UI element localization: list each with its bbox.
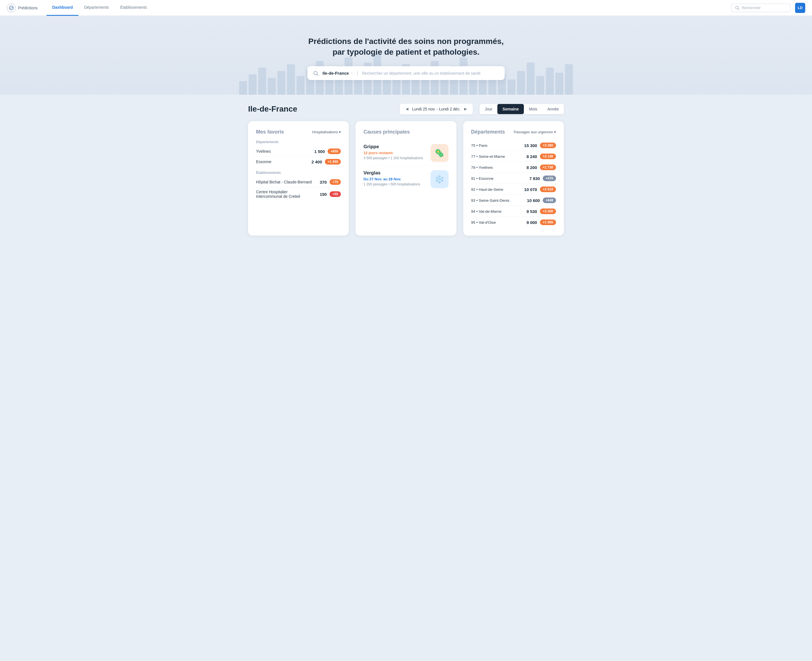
hero-bar (287, 64, 295, 95)
dept-name: 78 • Yvelines (471, 165, 493, 169)
region-selector[interactable]: Ile-de-France ÷ (322, 71, 353, 75)
hero-bar (296, 76, 304, 95)
cards-grid: Mes favoris Hospitalisations ▾ Départeme… (248, 121, 564, 236)
period-tabs: Jour Semaine Mois Année (480, 104, 564, 114)
nav-link-establishments[interactable]: Établissements (114, 0, 152, 16)
etab-section-label: Établissements (256, 171, 341, 175)
search-input[interactable] (362, 71, 499, 75)
dept-name: 75 • Paris (471, 144, 487, 148)
fav-essonne: Essonne 2 400 +1 950 (256, 156, 341, 167)
departments-list: 75 • Paris15 300+3 36077 • Seine-et-Marn… (471, 140, 556, 228)
dept-value: 9 530 (526, 209, 537, 214)
dept-name: 92 • Haut-de-Seine (471, 187, 503, 192)
svg-line-2 (738, 9, 739, 10)
hero-title: Prédictions de l'activité des soins non … (308, 36, 504, 57)
hero-section: Prédictions de l'activité des soins non … (0, 16, 812, 95)
cause-verglas-icon: ❄️ (431, 170, 448, 188)
dept-section-label: Départements (256, 140, 341, 144)
favorites-departments-section: Départements Yvelines 1 500 +650 Essonne… (256, 140, 341, 167)
hero-bar (517, 71, 525, 95)
hero-bar (277, 71, 285, 95)
causes-card: Causes principales Grippe 12 jours resta… (356, 121, 456, 236)
main-search-bar[interactable]: Ile-de-France ÷ | (308, 66, 504, 80)
favorites-filter[interactable]: Hospitalisations ▾ (312, 130, 341, 134)
brand-label: Prédictions (18, 6, 37, 10)
hero-bar (412, 78, 420, 95)
hero-bar (546, 68, 554, 95)
dept-badge: +3 360 (540, 142, 556, 148)
fav-yvelines: Yvelines 1 500 +650 (256, 146, 341, 156)
hero-bar (239, 81, 247, 95)
nav-brand[interactable]: Prédictions (7, 3, 37, 13)
nav-link-departments[interactable]: Départements (78, 0, 114, 16)
prev-period-button[interactable]: ◄ (405, 107, 409, 112)
dept-badge: +1 900 (540, 219, 556, 225)
next-period-button[interactable]: ► (463, 107, 468, 112)
dept-row: 95 • Val-d'Oise9 000+1 900 (471, 217, 556, 228)
date-range-label: Lundi 25 nov. - Lundi 2 déc. (412, 107, 461, 111)
favorites-establishments-section: Établissements Hôpital Bichat - Claude-B… (256, 171, 341, 201)
dept-value: 7 830 (529, 176, 540, 181)
dept-badge: +2 140 (540, 153, 556, 159)
hero-bar (508, 80, 516, 95)
dept-filter[interactable]: Passages aux urgences ▾ (514, 130, 556, 134)
dept-badge: +848 (543, 198, 556, 203)
user-avatar[interactable]: LD (795, 3, 805, 13)
svg-line-4 (317, 74, 318, 75)
brand-icon (7, 3, 16, 13)
dept-value: 10 600 (527, 198, 540, 203)
region-header: Ile-de-France ◄ Lundi 25 nov. - Lundi 2 … (248, 104, 564, 114)
navbar: Prédictions Dashboard Départements Établ… (0, 0, 812, 16)
cause-verglas: Verglas Du 27 Nov. au 28 Nov. 1 200 pass… (364, 166, 448, 192)
nav-search[interactable] (731, 4, 791, 12)
dept-badge: +3 300 (540, 209, 556, 214)
region-title: Ile-de-France (248, 105, 393, 113)
hero-bar (249, 74, 256, 95)
favorites-card-header: Mes favoris Hospitalisations ▾ (256, 129, 341, 135)
hero-bar (556, 73, 563, 95)
search-bar-icon (313, 70, 319, 76)
dept-value: 8 240 (526, 154, 537, 159)
causes-title: Causes principales (364, 129, 410, 135)
fav-creteil: Centre Hospitalier Intercommunal de Cret… (256, 187, 341, 201)
departments-card: Départements Passages aux urgences ▾ 75 … (463, 121, 564, 236)
tab-jour[interactable]: Jour (480, 104, 497, 114)
nav-link-dashboard[interactable]: Dashboard (46, 0, 78, 16)
dept-name: 77 • Seine-et-Marne (471, 155, 505, 159)
dept-card-header: Départements Passages aux urgences ▾ (471, 129, 556, 135)
dept-row: 94 • Val-de-Marne9 530+3 300 (471, 206, 556, 217)
dept-row: 77 • Seine-et-Marne8 240+2 140 (471, 151, 556, 162)
hero-bar (268, 78, 276, 95)
hero-bar (565, 64, 573, 95)
divider: | (357, 70, 358, 76)
favorites-title: Mes favoris (256, 129, 284, 135)
hero-bar (258, 68, 266, 95)
tab-mois[interactable]: Mois (524, 104, 543, 114)
dept-name: 95 • Val-d'Oise (471, 220, 496, 225)
fav-bichat: Hôpital Bichat - Claude-Bernard 370 +70 (256, 177, 341, 187)
dept-row: 93 • Seine-Saint-Denis10 600+848 (471, 195, 556, 206)
hero-bar (536, 76, 544, 95)
search-icon (735, 6, 740, 10)
dept-value: 8 200 (526, 165, 537, 170)
tab-annee[interactable]: Année (543, 104, 564, 114)
tab-semaine[interactable]: Semaine (497, 104, 524, 114)
hero-bar (527, 62, 535, 95)
dept-badge: +470 (543, 176, 556, 181)
favorites-card: Mes favoris Hospitalisations ▾ Départeme… (248, 121, 349, 236)
dept-value: 9 000 (526, 220, 537, 225)
cause-grippe: Grippe 12 jours restants 3 500 passages … (364, 140, 448, 166)
dept-name: 94 • Val-de-Marne (471, 209, 501, 214)
dept-row: 75 • Paris15 300+3 360 (471, 140, 556, 151)
nav-search-input[interactable] (742, 6, 787, 10)
causes-card-header: Causes principales (364, 129, 448, 135)
dept-row: 91 • Essonne7 830+470 (471, 173, 556, 184)
dept-badge: +2 610 (540, 187, 556, 192)
dept-value: 10 070 (524, 187, 537, 192)
main-content: Ile-de-France ◄ Lundi 25 nov. - Lundi 2 … (237, 95, 575, 244)
dept-badge: +1 730 (540, 164, 556, 170)
cause-grippe-icon: 🦠 (431, 144, 448, 162)
dept-card-title: Départements (471, 129, 505, 135)
date-navigator[interactable]: ◄ Lundi 25 nov. - Lundi 2 déc. ► (400, 104, 473, 114)
dept-row: 78 • Yvelines8 200+1 730 (471, 162, 556, 173)
